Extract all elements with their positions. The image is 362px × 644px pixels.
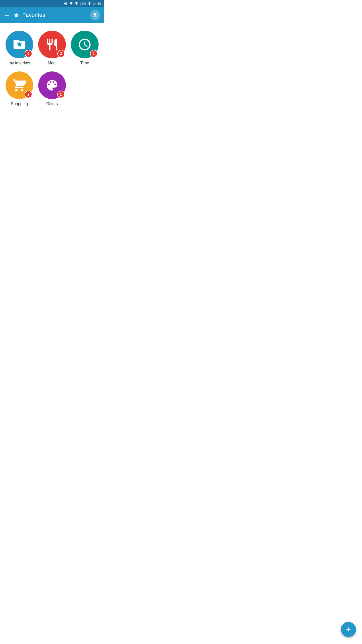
my-favorites-wrapper: 9 [6,31,33,58]
shopping-label: Shopping [11,102,28,106]
mute-icon [64,2,68,6]
category-my-favorites[interactable]: 9 my favorites [5,31,34,65]
palette-icon [45,78,59,92]
meal-badge: 3 [57,50,65,57]
signal-icon [74,2,78,6]
time-wrapper: 1 [71,31,99,58]
my-favorites-badge: 9 [25,50,32,57]
meal-wrapper: 3 [38,31,66,58]
time-badge: 1 [90,50,98,57]
categories-grid: 9 my favorites 3 Meal 1 Time [0,23,104,114]
colors-wrapper: 1 [38,71,66,99]
clock-icon [78,37,92,52]
time-text: 14:59 [93,2,101,6]
battery-icon [87,2,92,6]
category-shopping[interactable]: 2 Shopping [5,71,34,106]
colors-badge: 1 [57,91,65,98]
status-icons: 17% 14:59 [64,2,101,6]
category-meal[interactable]: 3 Meal [38,31,66,65]
meal-label: Meal [48,61,57,65]
category-colors[interactable]: 1 Colors [38,71,66,106]
shopping-wrapper: 2 [6,71,33,99]
battery-text: 17% [80,2,86,6]
shopping-badge: 2 [25,91,32,98]
star-icon: ★ [13,11,19,19]
page-title: Favorites [22,12,87,18]
category-time[interactable]: 1 Time [70,31,99,65]
app-bar: ← ★ Favorites [0,7,104,23]
cart-icon [12,78,26,92]
star-folder-icon [12,37,26,52]
colors-label: Colors [46,102,58,106]
back-button[interactable]: ← [4,12,10,19]
download-button[interactable] [90,10,100,20]
download-icon [92,12,98,18]
status-bar: 17% 14:59 [0,0,104,7]
time-label: Time [80,61,89,65]
my-favorites-label: my favorites [9,61,30,65]
fork-spoon-icon [45,37,59,52]
wifi-icon [69,2,73,6]
